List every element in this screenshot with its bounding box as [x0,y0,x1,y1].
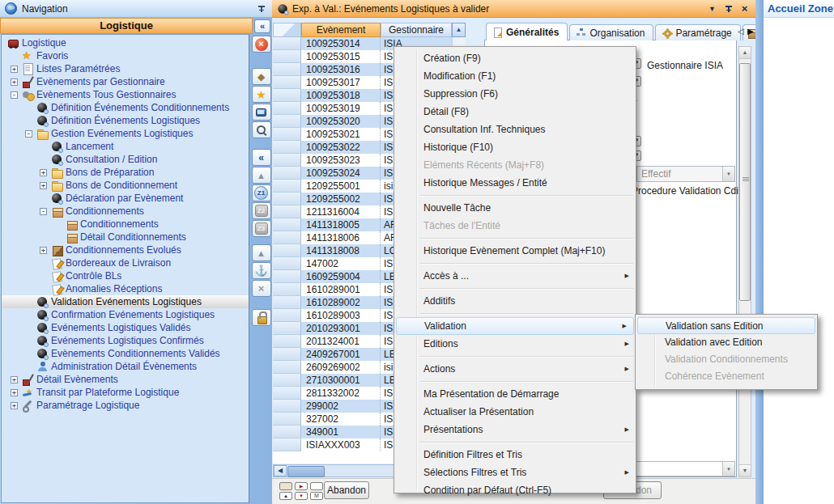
toolbar-z1-button[interactable]: Z1 [252,184,271,201]
menu-item-creation-f9[interactable]: Création (F9) [394,49,636,67]
tree-item-transit-par-plateforme-logistique[interactable]: +Transit par Plateforme Logistique [2,386,249,399]
window-menu-button[interactable]: ▼ [706,3,718,15]
row-header-cell[interactable] [273,426,301,438]
row-header-cell[interactable] [273,387,301,400]
tree-item-administration-detail-evenements[interactable]: Administration Détail Évènements [2,360,249,373]
tree-item-definition-evenements-conditionnements[interactable]: Définition Événements Conditionnements [2,101,249,114]
menu-item-editions[interactable]: Editions▶ [394,335,636,353]
tree-item-evenements-par-gestionnaire[interactable]: +Evènements par Gestionnaire [2,75,249,88]
tree-expander-icon[interactable]: - [25,130,32,138]
row-header-cell[interactable] [273,76,301,89]
row-header-cell[interactable] [273,63,301,76]
tree-item-declaration-par-evenement[interactable]: Déclaration par Evènement [2,192,249,205]
row-header-cell[interactable] [273,413,301,426]
scroll-left-icon[interactable]: ◀ [274,465,287,476]
scrollbar-thumb[interactable] [739,63,751,301]
tab-scroll-left-icon[interactable]: ◁ [738,27,744,36]
close-icon[interactable]: × [738,3,751,15]
row-header-cell[interactable] [273,102,301,115]
menu-item-additifs[interactable]: Additifs [394,292,636,310]
tree-item-evenements-conditionnements-valides[interactable]: Evènements Conditionnements Validés [2,347,249,360]
record-down-button[interactable] [295,492,308,500]
row-header-cell[interactable] [273,154,301,167]
scroll-up-icon[interactable]: ▲ [739,47,751,59]
grid-scroll-up-button[interactable]: ▲ [452,23,466,37]
row-header-cell[interactable] [273,374,301,387]
tree-expander-icon[interactable]: + [40,182,47,189]
menu-item-actualiser-la-presentation[interactable]: Actualiser la Présentation [394,403,636,421]
tree-item-detail-conditionnements[interactable]: Détail Conditionnements [2,231,249,244]
row-header-cell[interactable] [273,296,301,309]
row-header-cell[interactable] [273,89,301,102]
menu-item-historique-evenement-complet-maj-f10[interactable]: Historique Evènement Complet (Maj+F10) [394,242,636,260]
tree-item-lancement[interactable]: Lancement [2,140,249,153]
tab-generalites[interactable]: Généralités [486,23,568,40]
row-header-cell[interactable] [273,141,301,154]
menu-item-actions[interactable]: Actions▶ [394,360,636,378]
row-header-cell[interactable] [273,167,301,180]
toolbar-collapse-left-button[interactable] [252,149,271,166]
tree-expander-icon[interactable]: + [11,389,18,396]
row-header-cell[interactable] [273,270,301,283]
row-header-cell[interactable] [273,322,301,335]
toolbar-favorite-star-button[interactable] [252,86,271,103]
tree-item-favoris[interactable]: Favoris [2,49,249,62]
record-up-button[interactable] [279,492,292,500]
tab-organisation[interactable]: Organisation [569,24,653,40]
toolbar-arrow-up-button[interactable] [252,244,271,261]
scrollbar-thumb[interactable] [287,466,325,477]
tree-item-bons-de-conditionnement[interactable]: +Bons de Conditionnement [2,179,249,192]
chevron-down-icon[interactable]: ▼ [722,167,734,181]
row-header-cell[interactable] [273,309,301,322]
tree-expander-icon[interactable]: + [11,66,18,73]
tree-expander-icon[interactable]: + [40,247,47,254]
tree-item-consultation-edition[interactable]: Consultation / Edition [2,153,249,166]
zone-splitter[interactable] [755,0,764,504]
menu-item-nouvelle-tache[interactable]: Nouvelle Tâche [394,199,636,217]
row-header-cell[interactable] [273,348,301,361]
tree-item-gestion-evenements-logistiques[interactable]: -Gestion Evénements Logistiques [2,127,249,140]
row-header-cell[interactable] [273,335,301,348]
menu-item-modification-f1[interactable]: Modification (F1) [394,67,636,85]
pin-icon[interactable] [256,3,267,15]
toolbar-arrow-up-button[interactable] [252,167,271,184]
row-header-cell[interactable] [273,218,301,231]
record-last-button[interactable] [310,492,323,500]
collapse-panel-button[interactable]: « [254,19,270,33]
row-header-cell[interactable] [273,400,301,413]
row-header-cell[interactable] [273,180,301,193]
abandon-button[interactable]: Abandon [324,481,369,499]
menu-item-suppression-f6[interactable]: Suppression (F6) [394,85,636,103]
tree-item-confirmation-evenements-logistiques[interactable]: Confirmation Evénements Logistiques [2,308,249,321]
scroll-down-icon[interactable]: ▼ [739,464,751,476]
tree-item-parametrage-logistique[interactable]: +Paramétrage Logistique [2,399,249,412]
toolbar-lock-button[interactable] [252,309,271,326]
tree-item-controle-bls[interactable]: Contrôle BLs [2,269,249,282]
chevron-down-icon[interactable]: ▼ [722,462,734,476]
tree-item-evenements-tous-gestionnaires[interactable]: -Evènements Tous Gestionnaires [2,88,249,101]
toolbar-close-window-button[interactable] [252,36,271,53]
menu-item-detail-f8[interactable]: Détail (F8) [394,103,636,121]
row-header-cell[interactable] [273,244,301,257]
menu-item-definition-filtres-et-tris[interactable]: Définition Filtres et Tris [394,446,636,464]
tree-expander-icon[interactable]: + [40,169,47,176]
form-vertical-scrollbar[interactable]: ▲ ▼ [738,46,751,477]
tree-item-conditionnements[interactable]: -Conditionnements [2,205,249,218]
submenu-item-validation-sans-edition[interactable]: Validation sans Edition [637,317,815,334]
record-flag-button[interactable] [295,482,308,490]
tree-item-logistique[interactable]: Logistique [2,36,249,49]
menu-item-presentations[interactable]: Présentations▶ [394,421,636,438]
tree-item-conditionnements[interactable]: Conditionnements [2,218,249,231]
submenu-item-validation-avec-edition[interactable]: Validation avec Edition [636,334,817,351]
record-empty-button[interactable] [310,482,323,490]
column-header-gestionnaire[interactable]: Gestionnaire [381,23,452,37]
toolbar-z2-button[interactable]: Z2 [252,202,271,219]
row-header-cell[interactable] [273,438,301,451]
menu-item-validation[interactable]: Validation▶ [396,317,634,335]
tree-item-evenements-logistiques-confirmes[interactable]: Evénements Logistiques Confirmés [2,334,249,347]
tree-item-validation-evenements-logistiques[interactable]: Validation Evénements Logistiques [2,295,249,308]
tree-item-bons-de-preparation[interactable]: +Bons de Préparation [2,166,249,179]
tree-item-detail-evenements[interactable]: +Détail Evènements [2,373,249,386]
menu-item-selections-filtres-et-tris[interactable]: Sélections Filtres et Tris▶ [394,464,636,481]
row-header-cell[interactable] [273,361,301,374]
